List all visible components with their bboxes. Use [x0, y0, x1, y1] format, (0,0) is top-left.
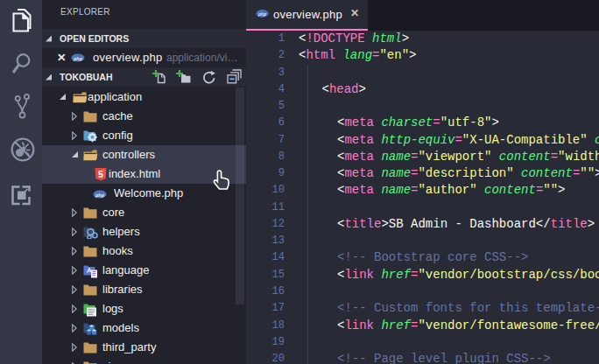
- svg-text:php: php: [257, 11, 266, 16]
- svg-text:php: php: [95, 192, 105, 197]
- svg-text:php: php: [73, 56, 83, 61]
- svg-text:5: 5: [98, 169, 103, 179]
